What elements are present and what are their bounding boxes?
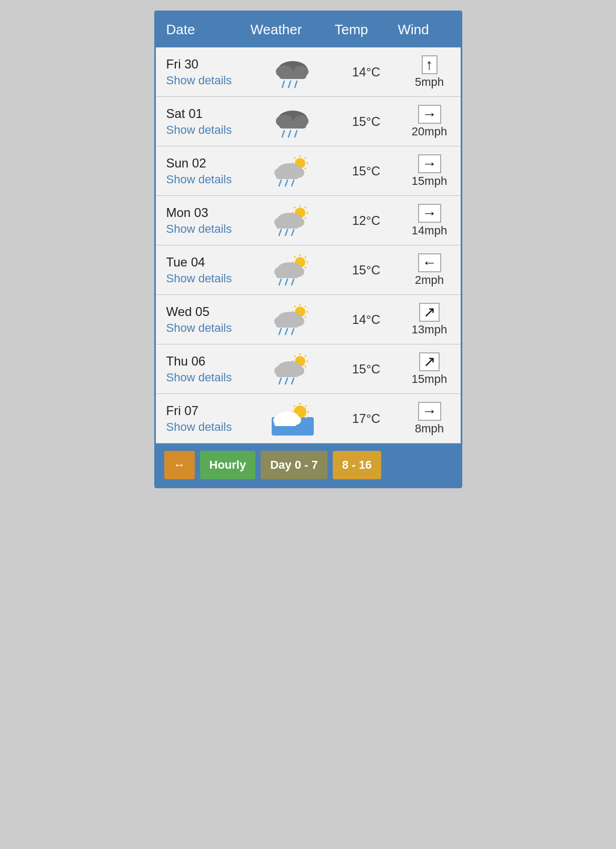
show-details-link[interactable]: Show details <box>166 123 251 137</box>
date-text: Sun 02 <box>166 156 251 171</box>
date-cell: Wed 05 Show details <box>166 304 251 335</box>
wind-cell: → 14mph <box>398 204 461 238</box>
svg-line-19 <box>294 157 295 159</box>
weather-cell <box>251 401 335 436</box>
svg-line-20 <box>305 168 306 169</box>
svg-line-43 <box>279 230 281 235</box>
table-row: Fri 30 Show details 14°C ↑ 5mph <box>156 47 461 97</box>
svg-rect-58 <box>276 272 299 278</box>
svg-line-68 <box>305 317 306 318</box>
wind-speed-text: 8mph <box>415 422 444 436</box>
svg-rect-74 <box>276 321 299 328</box>
wind-direction-box: → <box>418 154 441 173</box>
weather-icon <box>272 253 314 287</box>
svg-line-61 <box>292 279 294 285</box>
temp-cell: 14°C <box>335 312 398 327</box>
temp-cell: 15°C <box>335 114 398 129</box>
temp-cell: 17°C <box>335 411 398 426</box>
date-text: Sat 01 <box>166 106 251 121</box>
header-weather: Weather <box>251 22 335 38</box>
wind-direction-box: ↗ <box>419 352 440 371</box>
date-cell: Sat 01 Show details <box>166 106 251 137</box>
wind-cell: → 20mph <box>398 105 461 139</box>
svg-line-45 <box>292 230 294 235</box>
svg-line-84 <box>305 366 306 367</box>
svg-line-101 <box>305 417 306 418</box>
date-cell: Thu 06 Show details <box>166 354 251 384</box>
date-cell: Fri 30 Show details <box>166 57 251 87</box>
date-cell: Tue 04 Show details <box>166 255 251 285</box>
header-date: Date <box>166 22 251 38</box>
wind-direction-box: → <box>418 204 441 223</box>
wind-speed-text: 14mph <box>412 224 447 238</box>
show-details-link[interactable]: Show details <box>166 272 251 285</box>
weather-icon <box>272 55 314 89</box>
show-details-link[interactable]: Show details <box>166 371 251 384</box>
date-cell: Mon 03 Show details <box>166 205 251 236</box>
arrow-button[interactable]: ↔ <box>164 451 195 479</box>
svg-line-75 <box>279 329 281 334</box>
svg-line-12 <box>289 131 291 137</box>
header-temp: Temp <box>335 22 398 38</box>
svg-rect-107 <box>274 420 296 426</box>
svg-line-4 <box>282 81 284 87</box>
wind-cell: ↑ 5mph <box>398 55 461 89</box>
wind-direction-box: ↑ <box>422 55 438 74</box>
date-text: Fri 30 <box>166 57 251 72</box>
day07-button[interactable]: Day 0 - 7 <box>261 451 327 479</box>
svg-line-100 <box>294 406 295 407</box>
svg-rect-42 <box>276 222 299 229</box>
wind-cell: → 15mph <box>398 154 461 188</box>
table-row: Tue 04 Show details 15°C <box>156 245 461 295</box>
svg-line-6 <box>295 81 297 87</box>
table-row: Wed 05 Show details 14°C <box>156 295 461 344</box>
svg-line-83 <box>294 356 295 357</box>
svg-line-36 <box>305 218 306 219</box>
temp-cell: 15°C <box>335 263 398 278</box>
wind-direction-box: ← <box>418 253 441 272</box>
show-details-link[interactable]: Show details <box>166 321 251 335</box>
show-details-link[interactable]: Show details <box>166 420 251 434</box>
weather-table: Date Weather Temp Wind Fri 30 Show detai… <box>154 11 462 488</box>
show-details-link[interactable]: Show details <box>166 74 251 87</box>
date-cell: Fri 07 Show details <box>166 403 251 434</box>
weather-icon <box>272 203 314 238</box>
svg-line-60 <box>285 279 287 285</box>
temp-cell: 15°C <box>335 362 398 377</box>
svg-rect-26 <box>276 173 299 179</box>
date-text: Tue 04 <box>166 255 251 270</box>
table-row: Mon 03 Show details 12°C <box>156 196 461 245</box>
svg-line-93 <box>292 378 294 384</box>
wind-speed-text: 15mph <box>412 372 447 386</box>
svg-line-92 <box>285 378 287 384</box>
day816-button[interactable]: 8 - 16 <box>333 451 381 479</box>
footer: ↔ Hourly Day 0 - 7 8 - 16 <box>156 443 461 487</box>
table-row: Sat 01 Show details 15°C → 20mph <box>156 97 461 146</box>
wind-arrow-icon: ← <box>422 255 437 270</box>
wind-arrow-icon: ↑ <box>426 57 433 72</box>
wind-arrow-icon: → <box>422 156 437 171</box>
wind-cell: → 8mph <box>398 402 461 436</box>
table-body: Fri 30 Show details 14°C ↑ 5mph <box>156 47 461 443</box>
wind-direction-box: → <box>418 105 441 124</box>
svg-line-28 <box>285 180 287 186</box>
temp-cell: 14°C <box>335 65 398 80</box>
show-details-link[interactable]: Show details <box>166 222 251 236</box>
weather-icon <box>272 154 314 188</box>
wind-arrow-icon: ↗ <box>423 354 435 369</box>
svg-line-76 <box>285 329 287 334</box>
svg-line-44 <box>285 230 287 235</box>
weather-icon <box>272 302 314 337</box>
wind-direction-box: ↗ <box>419 303 440 322</box>
weather-cell <box>251 253 335 287</box>
weather-cell <box>251 154 335 188</box>
svg-line-59 <box>279 279 281 285</box>
show-details-link[interactable]: Show details <box>166 173 251 186</box>
hourly-button[interactable]: Hourly <box>200 451 256 479</box>
weather-icon <box>272 104 314 139</box>
wind-arrow-icon: ↗ <box>423 305 435 320</box>
wind-arrow-icon: → <box>422 404 437 419</box>
svg-rect-10 <box>279 121 306 129</box>
weather-cell <box>251 203 335 238</box>
date-text: Mon 03 <box>166 205 251 220</box>
